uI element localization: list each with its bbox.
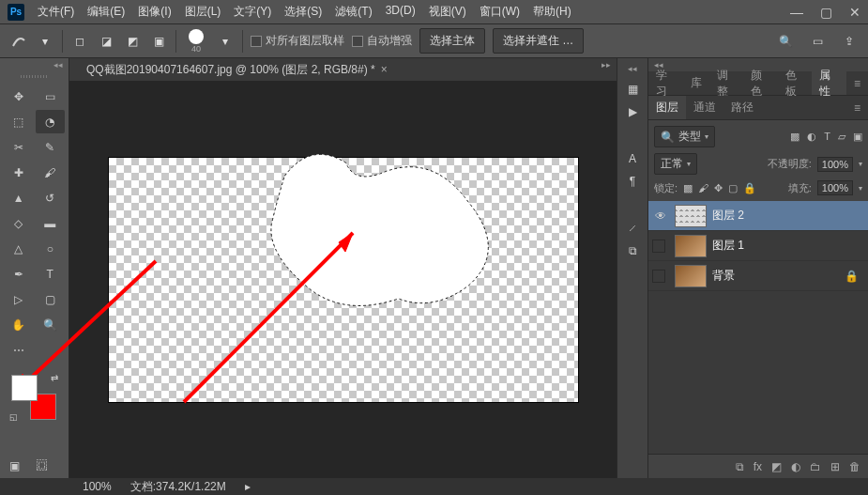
menu-filter[interactable]: 滤镜(T) [335, 4, 372, 20]
canvas[interactable] [109, 158, 578, 402]
panel-menu-icon[interactable]: ≡ [846, 101, 868, 115]
select-and-mask-button[interactable]: 选择并遮住 … [493, 28, 584, 54]
brushes-panel-icon[interactable]: ⟋ [627, 222, 638, 235]
delete-layer-icon[interactable]: 🗑 [849, 460, 860, 473]
eraser-tool[interactable]: ◇ [4, 211, 34, 235]
filter-pixel-icon[interactable]: ▩ [790, 131, 799, 143]
artboard-tool[interactable]: ▭ [36, 85, 66, 108]
menu-3d[interactable]: 3D(D) [386, 4, 416, 20]
visibility-toggle[interactable]: 👁 [652, 209, 669, 223]
add-to-selection-icon[interactable]: ◪ [97, 32, 115, 51]
eyedropper-tool[interactable]: ✎ [36, 135, 66, 159]
sample-all-layers-checkbox[interactable]: 对所有图层取样 [251, 33, 344, 49]
menu-help[interactable]: 帮助(H) [533, 4, 571, 20]
chevron-down-icon[interactable]: ▾ [859, 160, 862, 168]
menu-layer[interactable]: 图层(L) [185, 4, 221, 20]
paragraph-panel-icon[interactable]: ¶ [630, 175, 635, 188]
menu-edit[interactable]: 编辑(E) [87, 4, 125, 20]
crop-tool[interactable]: ✂ [4, 135, 34, 159]
close-tab-icon[interactable]: × [381, 63, 388, 76]
brush-tool[interactable]: 🖌 [36, 161, 66, 184]
layer-row[interactable]: 图层 1 [648, 231, 868, 261]
filter-type-icon[interactable]: T [824, 131, 830, 143]
expand-panels-icon[interactable]: ▸▸ [600, 60, 613, 70]
screen-mode-icon[interactable]: ⿴ [37, 459, 48, 472]
document-tab[interactable]: QQ截图20190407164607.jpg @ 100% (图层 2, RGB… [79, 58, 395, 82]
quick-mask-icon[interactable]: ▣ [9, 459, 20, 472]
menu-window[interactable]: 窗口(W) [480, 4, 520, 20]
tab-channels[interactable]: 通道 [686, 96, 723, 119]
opacity-value[interactable]: 100% [817, 157, 853, 172]
menu-image[interactable]: 图像(I) [138, 4, 171, 20]
intersect-selection-icon[interactable]: ▣ [149, 32, 168, 51]
tool-preset-icon[interactable] [9, 32, 28, 51]
quick-selection-tool[interactable]: ◔ [36, 110, 66, 133]
tab-libraries[interactable]: 库 [683, 71, 709, 95]
dropdown-arrow-icon[interactable]: ▾ [216, 32, 235, 51]
minimize-button[interactable]: — [790, 5, 803, 20]
lock-position-icon[interactable]: ✥ [714, 182, 723, 194]
marquee-tool[interactable]: ⬚ [4, 110, 34, 133]
dropdown-arrow-icon[interactable]: ▾ [36, 32, 54, 51]
layer-thumbnail[interactable] [675, 235, 707, 257]
visibility-toggle[interactable] [652, 270, 669, 283]
tab-swatches[interactable]: 色板 [778, 71, 813, 95]
menu-select[interactable]: 选择(S) [284, 4, 322, 20]
lock-image-icon[interactable]: 🖌 [698, 182, 708, 193]
maximize-button[interactable]: ▢ [820, 5, 832, 20]
layer-name[interactable]: 图层 1 [712, 238, 744, 254]
auto-enhance-checkbox[interactable]: 自动增强 [352, 33, 412, 49]
filter-kind-dropdown[interactable]: 🔍 类型 ▾ [654, 126, 715, 147]
move-tool[interactable]: ✥ [4, 85, 34, 108]
gradient-tool[interactable]: ▬ [36, 211, 66, 235]
filter-adjustment-icon[interactable]: ◐ [807, 131, 816, 143]
blend-mode-dropdown[interactable]: 正常 ▾ [654, 153, 697, 175]
menu-file[interactable]: 文件(F) [38, 4, 74, 20]
search-icon[interactable]: 🔍 [776, 32, 795, 51]
lock-artboard-icon[interactable]: ▢ [728, 182, 738, 194]
subtract-selection-icon[interactable]: ◩ [123, 32, 142, 51]
clone-source-panel-icon[interactable]: ⧉ [629, 244, 637, 257]
expand-icon[interactable]: ◂◂ [626, 64, 639, 73]
character-panel-icon[interactable]: A [629, 152, 636, 165]
layer-row[interactable]: 背景 🔒 [648, 261, 868, 291]
tab-layers[interactable]: 图层 [648, 96, 686, 119]
tab-learn[interactable]: 学习 [648, 71, 683, 95]
grip-icon[interactable] [0, 71, 69, 81]
workspace-icon[interactable]: ▭ [808, 32, 827, 51]
panel-menu-icon[interactable]: ≡ [846, 77, 868, 90]
tab-color[interactable]: 颜色 [743, 71, 778, 95]
status-chevron-icon[interactable]: ▸ [245, 480, 251, 493]
close-button[interactable]: ✕ [849, 5, 860, 20]
history-brush-tool[interactable]: ↺ [36, 186, 66, 209]
menu-type[interactable]: 文字(Y) [234, 4, 271, 20]
group-icon[interactable]: 🗀 [810, 460, 821, 473]
link-layers-icon[interactable]: ⧉ [736, 460, 744, 473]
layer-row[interactable]: 👁 图层 2 [648, 201, 868, 231]
zoom-level[interactable]: 100% [83, 480, 112, 493]
brush-preview[interactable]: 40 [184, 29, 208, 54]
share-icon[interactable]: ⇪ [840, 32, 859, 51]
foreground-color[interactable] [11, 375, 38, 401]
layer-style-icon[interactable]: fx [754, 460, 762, 473]
select-subject-button[interactable]: 选择主体 [419, 28, 485, 54]
layer-thumbnail[interactable] [675, 265, 707, 287]
filter-smart-icon[interactable]: ▣ [853, 131, 862, 143]
lock-transparent-icon[interactable]: ▩ [683, 182, 693, 194]
layer-thumbnail[interactable] [675, 205, 707, 227]
tab-paths[interactable]: 路径 [723, 96, 761, 119]
layer-name[interactable]: 背景 [712, 268, 735, 284]
tab-adjustments[interactable]: 调整 [709, 71, 744, 95]
history-panel-icon[interactable]: ▦ [628, 83, 638, 96]
new-selection-icon[interactable]: ◻ [70, 32, 89, 51]
visibility-toggle[interactable] [652, 240, 669, 253]
collapse-arrows-icon[interactable]: ◂◂ [52, 60, 65, 70]
adjustment-layer-icon[interactable]: ◐ [791, 460, 800, 473]
menu-view[interactable]: 视图(V) [429, 4, 466, 20]
fill-value[interactable]: 100% [817, 180, 853, 195]
actions-panel-icon[interactable]: ▶ [629, 105, 637, 118]
clone-stamp-tool[interactable]: ▲ [4, 186, 34, 209]
doc-size[interactable]: 文档:374.2K/1.22M [130, 479, 226, 495]
healing-brush-tool[interactable]: ✚ [4, 161, 34, 184]
filter-shape-icon[interactable]: ▱ [838, 131, 845, 143]
